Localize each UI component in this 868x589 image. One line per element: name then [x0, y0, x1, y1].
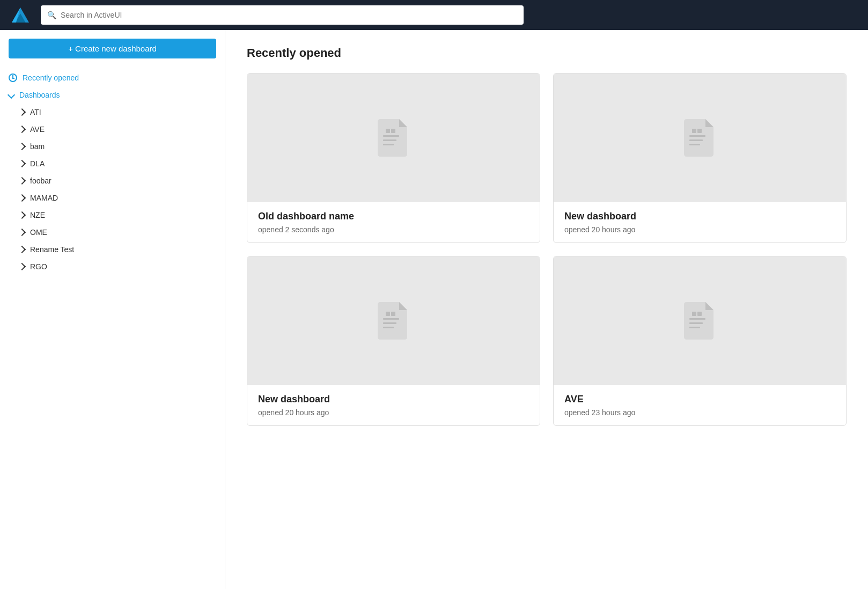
- svg-rect-18: [689, 318, 705, 320]
- chevron-right-icon: [18, 160, 26, 167]
- card-thumbnail: [554, 256, 846, 385]
- svg-rect-5: [383, 144, 394, 145]
- document-icon: [378, 302, 410, 340]
- chevron-right-icon: [18, 143, 26, 150]
- sidebar-item-label: DLA: [30, 159, 45, 168]
- chevron-right-icon: [18, 246, 26, 253]
- sidebar-item-label: OME: [30, 228, 47, 237]
- top-navigation: 🔍: [0, 0, 868, 30]
- dashboard-time: opened 2 seconds ago: [258, 225, 529, 234]
- card-info: AVE opened 23 hours ago: [554, 385, 846, 425]
- dashboard-name: Old dashboard name: [258, 211, 529, 222]
- dashboard-card[interactable]: New dashboard opened 20 hours ago: [553, 73, 847, 243]
- svg-rect-11: [692, 129, 696, 133]
- clock-icon: [9, 73, 17, 82]
- dashboard-name: New dashboard: [258, 394, 529, 405]
- chevron-right-icon: [18, 108, 26, 116]
- sidebar-item-label: RGO: [30, 262, 47, 271]
- sidebar-item-label: AVE: [30, 125, 45, 134]
- card-thumbnail: [554, 73, 846, 202]
- svg-rect-4: [383, 139, 396, 141]
- sidebar-item-rename-test[interactable]: Rename Test: [0, 241, 225, 258]
- app-logo[interactable]: [11, 5, 30, 25]
- svg-rect-9: [689, 139, 703, 141]
- search-input[interactable]: [61, 11, 517, 19]
- sidebar-item-dashboards[interactable]: Dashboards: [0, 86, 225, 104]
- card-info: New dashboard opened 20 hours ago: [554, 202, 846, 242]
- svg-rect-6: [386, 129, 390, 133]
- dashboard-card[interactable]: Old dashboard name opened 2 seconds ago: [247, 73, 540, 243]
- document-icon: [684, 119, 716, 157]
- sidebar-item-rgo[interactable]: RGO: [0, 258, 225, 275]
- svg-rect-14: [383, 322, 396, 324]
- dashboard-name: New dashboard: [564, 211, 835, 222]
- sidebar-item-label: NZE: [30, 211, 45, 219]
- chevron-right-icon: [18, 263, 26, 270]
- sidebar: + Create new dashboard Recently opened D…: [0, 30, 225, 589]
- sidebar-item-recently-opened[interactable]: Recently opened: [0, 69, 225, 86]
- svg-rect-17: [391, 312, 395, 316]
- sidebar-item-label: foobar: [30, 176, 52, 185]
- main-layout: + Create new dashboard Recently opened D…: [0, 30, 868, 589]
- search-bar[interactable]: 🔍: [41, 5, 524, 25]
- svg-rect-21: [692, 312, 696, 316]
- dashboard-time: opened 20 hours ago: [258, 408, 529, 417]
- dashboard-time: opened 20 hours ago: [564, 225, 835, 234]
- logo-icon: [12, 8, 29, 23]
- svg-rect-8: [689, 135, 705, 137]
- svg-rect-22: [697, 312, 702, 316]
- sidebar-item-dla[interactable]: DLA: [0, 155, 225, 172]
- sidebar-item-ome[interactable]: OME: [0, 224, 225, 241]
- sidebar-item-nze[interactable]: NZE: [0, 207, 225, 224]
- dashboard-name: AVE: [564, 394, 835, 405]
- sidebar-item-label: ATI: [30, 108, 41, 116]
- chevron-right-icon: [18, 229, 26, 236]
- content-area: Recently opened: [225, 30, 868, 589]
- chevron-right-icon: [18, 177, 26, 185]
- dashboard-time: opened 23 hours ago: [564, 408, 835, 417]
- chevron-down-icon: [8, 91, 15, 99]
- chevron-right-icon: [18, 126, 26, 133]
- chevron-right-icon: [18, 211, 26, 219]
- svg-rect-13: [383, 318, 399, 320]
- sidebar-item-foobar[interactable]: foobar: [0, 172, 225, 189]
- sidebar-item-ave[interactable]: AVE: [0, 121, 225, 138]
- sidebar-item-label: Rename Test: [30, 245, 74, 254]
- svg-rect-7: [391, 129, 395, 133]
- sidebar-item-label: MAMAD: [30, 194, 58, 202]
- svg-rect-12: [697, 129, 702, 133]
- svg-rect-19: [689, 322, 703, 324]
- section-title: Recently opened: [247, 46, 847, 60]
- recently-opened-label: Recently opened: [23, 73, 79, 82]
- card-thumbnail: [247, 73, 540, 202]
- svg-rect-15: [383, 327, 394, 328]
- card-info: Old dashboard name opened 2 seconds ago: [247, 202, 540, 242]
- sidebar-item-bam[interactable]: bam: [0, 138, 225, 155]
- dashboard-card[interactable]: AVE opened 23 hours ago: [553, 256, 847, 426]
- svg-rect-16: [386, 312, 390, 316]
- document-icon: [378, 119, 410, 157]
- svg-rect-20: [689, 327, 700, 328]
- svg-rect-10: [689, 144, 700, 145]
- svg-rect-3: [383, 135, 399, 137]
- dashboards-label: Dashboards: [19, 91, 60, 99]
- sidebar-item-label: bam: [30, 142, 45, 151]
- card-thumbnail: [247, 256, 540, 385]
- search-icon: 🔍: [47, 11, 56, 19]
- chevron-right-icon: [18, 194, 26, 202]
- create-dashboard-button[interactable]: + Create new dashboard: [9, 39, 216, 58]
- sidebar-item-ati[interactable]: ATI: [0, 104, 225, 121]
- document-icon: [684, 302, 716, 340]
- dashboard-grid: Old dashboard name opened 2 seconds ago: [247, 73, 847, 426]
- sidebar-item-mamad[interactable]: MAMAD: [0, 189, 225, 207]
- dashboard-card[interactable]: New dashboard opened 20 hours ago: [247, 256, 540, 426]
- card-info: New dashboard opened 20 hours ago: [247, 385, 540, 425]
